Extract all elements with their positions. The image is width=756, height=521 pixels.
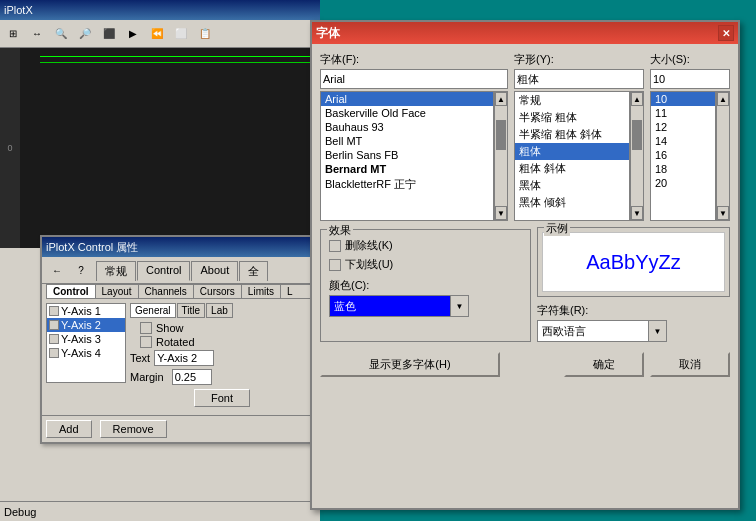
toolbar-btn-3[interactable]: 🔍	[50, 23, 72, 45]
size-14[interactable]: 14	[651, 134, 715, 148]
toolbar-btn-7[interactable]: ⏪	[146, 23, 168, 45]
margin-input[interactable]	[172, 369, 212, 385]
axis-item-2[interactable]: Y-Axis 2	[47, 318, 125, 332]
style-black[interactable]: 黑体	[515, 177, 629, 194]
font-face-input[interactable]	[320, 69, 508, 89]
color-dropdown[interactable]: 蓝色 ▼	[329, 295, 469, 317]
show-more-button[interactable]: 显示更多字体(H)	[320, 352, 500, 377]
font-dialog: 字体 ✕ 字体(F): Arial Baskerville Old Face B…	[310, 20, 740, 510]
text-label: Text	[130, 352, 150, 364]
scrollbar-thumb[interactable]	[496, 120, 506, 150]
toolbar-btn-5[interactable]: ⬛	[98, 23, 120, 45]
ctrl-back-btn[interactable]: ←	[46, 259, 68, 281]
axis-checkbox-3[interactable]	[49, 334, 59, 344]
style-black-italic[interactable]: 黑体 倾斜	[515, 194, 629, 211]
font-style-list-container: 常规 半紧缩 粗体 半紧缩 粗体 斜体 粗体 粗体 斜体 黑体 黑体 倾斜 ▲ …	[514, 91, 644, 221]
font-list-container: Arial Baskerville Old Face Bauhaus 93 Be…	[320, 91, 508, 221]
charset-dropdown[interactable]: 西欧语言 ▼	[537, 320, 667, 342]
font-item-blackletter[interactable]: BlackletterRF 正宁	[321, 176, 493, 193]
margin-label: Margin	[130, 371, 164, 383]
subtab-layout[interactable]: Layout	[96, 285, 139, 298]
font-item-bernard[interactable]: Bernard MT	[321, 162, 493, 176]
style-semicond-bold-italic[interactable]: 半紧缩 粗体 斜体	[515, 126, 629, 143]
underline-label: 下划线(U)	[345, 257, 393, 272]
style-bold-italic[interactable]: 粗体 斜体	[515, 160, 629, 177]
control-title: iPlotX Control 属性	[46, 240, 138, 255]
show-checkbox[interactable]	[140, 322, 152, 334]
font-list-scrollbar[interactable]: ▲ ▼	[494, 91, 508, 221]
strikethrough-row: 删除线(K)	[329, 238, 522, 253]
axis-list[interactable]: Y-Axis 1 Y-Axis 2 Y-Axis 3 Y-Axis 4	[46, 303, 126, 383]
size-11[interactable]: 11	[651, 106, 715, 120]
axis-label-3: Y-Axis 3	[61, 333, 101, 345]
style-list-scrollbar[interactable]: ▲ ▼	[630, 91, 644, 221]
font-size-input[interactable]	[650, 69, 730, 89]
add-button[interactable]: Add	[46, 420, 92, 438]
charset-arrow[interactable]: ▼	[648, 321, 666, 341]
size-16[interactable]: 16	[651, 148, 715, 162]
canvas-yaxis: 0	[0, 48, 20, 248]
green-line-1	[40, 56, 320, 57]
color-swatch: 蓝色	[330, 296, 450, 316]
toolbar-btn-1[interactable]: ⊞	[2, 23, 24, 45]
subtab-control[interactable]: Control	[47, 285, 96, 298]
toolbar-btn-2[interactable]: ↔	[26, 23, 48, 45]
ctrl-help-btn[interactable]: ?	[70, 259, 92, 281]
margin-row: Margin	[130, 369, 314, 385]
cancel-button[interactable]: 取消	[650, 352, 730, 377]
bottom-buttons: Add Remove	[42, 415, 318, 442]
toolbar-btn-8[interactable]: ⬜	[170, 23, 192, 45]
toolbar-btn-4[interactable]: 🔎	[74, 23, 96, 45]
ok-button[interactable]: 确定	[564, 352, 644, 377]
toolbar-btn-9[interactable]: 📋	[194, 23, 216, 45]
tab-all[interactable]: 全	[239, 261, 268, 281]
size-20[interactable]: 20	[651, 176, 715, 190]
axis-item-1[interactable]: Y-Axis 1	[47, 304, 125, 318]
style-scrollbar-thumb[interactable]	[632, 120, 642, 150]
font-size-list[interactable]: 10 11 12 14 16 18 20	[650, 91, 716, 221]
right-subtab-title[interactable]: Title	[177, 303, 206, 318]
rotated-checkbox[interactable]	[140, 336, 152, 348]
style-bold[interactable]: 粗体	[515, 143, 629, 160]
size-18[interactable]: 18	[651, 162, 715, 176]
strikethrough-checkbox[interactable]	[329, 240, 341, 252]
font-style-input[interactable]	[514, 69, 644, 89]
size-12[interactable]: 12	[651, 120, 715, 134]
axis-item-3[interactable]: Y-Axis 3	[47, 332, 125, 346]
font-style-list[interactable]: 常规 半紧缩 粗体 半紧缩 粗体 斜体 粗体 粗体 斜体 黑体 黑体 倾斜	[514, 91, 630, 221]
subtab-channels[interactable]: Channels	[139, 285, 194, 298]
tab-about[interactable]: About	[191, 261, 238, 281]
underline-checkbox[interactable]	[329, 259, 341, 271]
close-button[interactable]: ✕	[718, 25, 734, 41]
size-list-scrollbar[interactable]: ▲ ▼	[716, 91, 730, 221]
right-subtab-lab[interactable]: Lab	[206, 303, 233, 318]
axis-checkbox-1[interactable]	[49, 306, 59, 316]
font-item-bauhaus[interactable]: Bauhaus 93	[321, 120, 493, 134]
font-item-bellmt[interactable]: Bell MT	[321, 134, 493, 148]
remove-button[interactable]: Remove	[100, 420, 167, 438]
strikethrough-label: 删除线(K)	[345, 238, 393, 253]
font-item-arial[interactable]: Arial	[321, 92, 493, 106]
app-title: iPlotX	[4, 4, 33, 16]
font-button[interactable]: Font	[194, 389, 250, 407]
right-panel: General Title Lab Show Rotated Text	[130, 303, 314, 411]
style-semicond-bold[interactable]: 半紧缩 粗体	[515, 109, 629, 126]
tab-general[interactable]: 常规	[96, 261, 136, 281]
font-item-baskerville[interactable]: Baskerville Old Face	[321, 106, 493, 120]
axis-checkbox-2[interactable]	[49, 320, 59, 330]
style-regular[interactable]: 常规	[515, 92, 629, 109]
right-subtab-general[interactable]: General	[130, 303, 176, 318]
font-list[interactable]: Arial Baskerville Old Face Bauhaus 93 Be…	[320, 91, 494, 221]
color-dropdown-arrow[interactable]: ▼	[450, 296, 468, 316]
subtab-l[interactable]: L	[281, 285, 299, 298]
font-item-berlin[interactable]: Berlin Sans FB	[321, 148, 493, 162]
subtab-limits[interactable]: Limits	[242, 285, 281, 298]
toolbar-btn-6[interactable]: ▶	[122, 23, 144, 45]
axis-item-4[interactable]: Y-Axis 4	[47, 346, 125, 360]
tab-control[interactable]: Control	[137, 261, 190, 281]
axis-checkbox-4[interactable]	[49, 348, 59, 358]
subtab-cursors[interactable]: Cursors	[194, 285, 242, 298]
size-10[interactable]: 10	[651, 92, 715, 106]
text-input[interactable]	[154, 350, 214, 366]
ok-cancel-row: 确定 取消	[564, 352, 730, 377]
